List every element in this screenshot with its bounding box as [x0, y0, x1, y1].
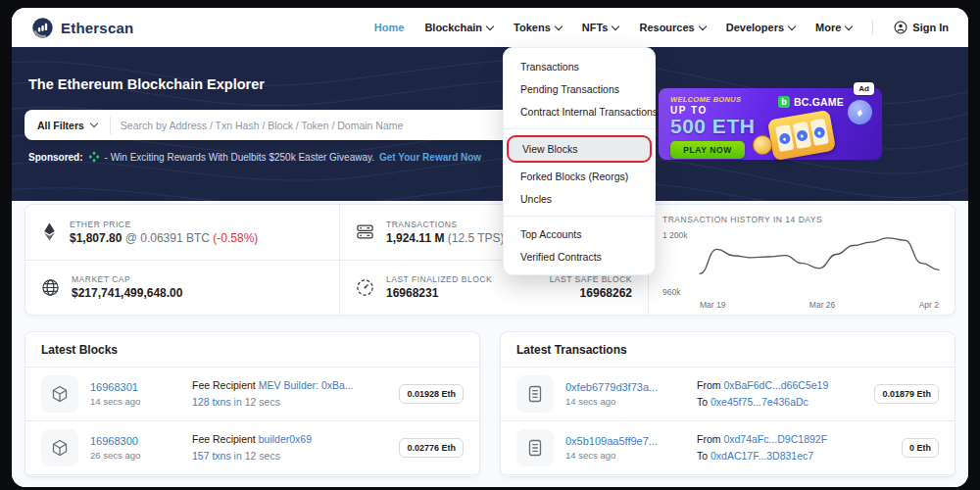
gold-coin-icon: [753, 135, 772, 155]
fee-recipient-link[interactable]: MEV Builder: 0xBa...: [259, 379, 354, 391]
page-title: The Ethereum Blockchain Explorer: [28, 76, 265, 92]
x-tick: Mar 26: [809, 300, 835, 310]
block-number-link[interactable]: 16968301: [90, 381, 180, 393]
ether-price-value: $1,807.80 @ 0.06391 BTC (-0.58%): [70, 231, 258, 245]
block-id-cell: 16968301 14 secs ago: [90, 381, 180, 407]
ether-price-label: ETHER PRICE: [70, 220, 258, 229]
nav-item-developers[interactable]: Developers: [726, 22, 795, 33]
market-cap-stat: MARKET CAP $217,741,499,648.00: [25, 260, 339, 316]
top-nav: Etherscan Home Blockchain Tokens NFTs Re…: [12, 8, 968, 47]
last-finalized-label: LAST FINALIZED BLOCK: [386, 274, 492, 284]
ether-price-stat: ETHER PRICE $1,807.80 @ 0.06391 BTC (-0.…: [25, 205, 339, 260]
block-number-link[interactable]: 16968300: [90, 435, 180, 447]
block-cube-icon: [41, 429, 78, 466]
brand-name: Etherscan: [61, 20, 133, 36]
menu-item-forked-blocks[interactable]: Forked Blocks (Reorgs): [504, 165, 655, 187]
tx-hash-link[interactable]: 0xfeb6779d3f73a...: [565, 381, 685, 393]
latest-transactions-title: Latest Transactions: [501, 332, 955, 368]
block-reward-badge: 0.02776 Eth: [399, 438, 464, 458]
transaction-row: 0x5b109aa5ff9e7... 14 secs ago From 0xd7…: [501, 421, 955, 475]
sponsored-label: Sponsored:: [28, 152, 83, 163]
sign-in-button[interactable]: Sign In: [894, 21, 949, 34]
bcgame-logo: b BC.GAME: [778, 96, 844, 108]
y-axis-label-top: 1 200k: [662, 230, 688, 240]
menu-item-uncles[interactable]: Uncles: [504, 187, 655, 210]
transaction-doc-icon: [516, 375, 554, 413]
from-address-link[interactable]: 0xBaF6dC...d66C5e19: [723, 379, 828, 391]
sign-in-label: Sign In: [912, 22, 949, 33]
transactions-value: 1,924.11 M (12.5 TPS): [386, 231, 505, 245]
search-filter-dropdown[interactable]: All Filters: [24, 110, 110, 140]
slot-machine-graphic: ♦ ♦ ♦: [767, 110, 836, 161]
to-address-link[interactable]: 0xdAC17F...3D831ec7: [710, 450, 813, 462]
nav-item-home[interactable]: Home: [374, 22, 405, 33]
last-safe-value: 16968262: [550, 286, 632, 300]
user-circle-icon: [894, 21, 907, 34]
ad-text-block: WELCOME BONUS UP TO 500 ETH PLAY NOW: [670, 95, 755, 159]
chart-title: TRANSACTION HISTORY IN 14 DAYS: [662, 215, 941, 224]
transaction-row: 0xfeb6779d3f73a... 14 secs ago From 0xBa…: [501, 368, 955, 421]
ad-welcome-bonus: WELCOME BONUS: [670, 95, 755, 104]
x-tick: Mar 19: [700, 300, 725, 310]
chevron-down-icon: [612, 22, 619, 29]
market-cap-label: MARKET CAP: [72, 274, 182, 284]
tx-history-chart: 1 200k 960k Mar 19 Mar 26 Apr 2: [662, 226, 941, 310]
chevron-down-icon: [486, 22, 494, 29]
slot-reel: ♦: [775, 124, 794, 152]
nav-item-more[interactable]: More: [815, 22, 852, 33]
nav-item-nfts[interactable]: NFTs: [582, 22, 619, 33]
nav-item-blockchain[interactable]: Blockchain: [424, 22, 493, 33]
txns-link[interactable]: 128 txns: [192, 396, 231, 408]
block-age: 26 secs ago: [90, 450, 180, 461]
latest-blocks-card: Latest Blocks 16968301 14 secs ago Fee R…: [24, 331, 480, 477]
block-details-cell: Fee Recipient builder0x69 157 txns in 12…: [192, 431, 387, 465]
fee-recipient-link[interactable]: builder0x69: [259, 433, 312, 445]
tx-id-cell: 0x5b109aa5ff9e7... 14 secs ago: [565, 435, 685, 461]
ad-badge: Ad: [854, 82, 874, 95]
tx-value-badge: 0 Eth: [902, 438, 939, 458]
txns-link[interactable]: 157 txns: [192, 450, 231, 462]
tx-age: 14 secs ago: [565, 396, 685, 407]
bcgame-logo-text: BC.GAME: [794, 96, 844, 108]
menu-item-view-blocks[interactable]: View Blocks: [507, 135, 652, 163]
tx-hash-link[interactable]: 0x5b109aa5ff9e7...: [565, 435, 685, 447]
menu-item-contract-internal-transactions[interactable]: Contract Internal Transactions: [504, 100, 655, 122]
to-address-link[interactable]: 0xe45f75...7e436aDc: [710, 396, 808, 408]
sponsored-link[interactable]: Get Your Reward Now: [379, 152, 481, 163]
etherscan-logo[interactable]: Etherscan: [31, 17, 133, 39]
menu-item-top-accounts[interactable]: Top Accounts: [504, 222, 655, 245]
block-cube-icon: [41, 375, 78, 413]
block-row: 16968301 14 secs ago Fee Recipient MEV B…: [25, 368, 479, 421]
market-cap-value: $217,741,499,648.00: [72, 286, 182, 300]
block-age: 14 secs ago: [90, 396, 180, 407]
bcgame-ad-banner[interactable]: Ad WELCOME BONUS UP TO 500 ETH PLAY NOW …: [659, 88, 882, 160]
y-axis-label-bottom: 960k: [662, 287, 680, 297]
tx-history-line: [700, 231, 939, 280]
x-tick: Apr 2: [919, 300, 939, 310]
menu-item-verified-contracts[interactable]: Verified Contracts: [504, 245, 655, 268]
block-reward-badge: 0.01928 Eth: [399, 384, 464, 404]
chevron-down-icon: [698, 22, 706, 29]
menu-item-pending-transactions[interactable]: Pending Transactions: [504, 77, 655, 100]
tx-details-cell: From 0xd74aFc...D9C1892F To 0xdAC17F...3…: [697, 431, 890, 465]
from-address-link[interactable]: 0xd74aFc...D9C1892F: [723, 433, 827, 445]
last-safe-block-stat: LAST SAFE BLOCK 16968262: [550, 274, 632, 300]
menu-item-transactions[interactable]: Transactions: [504, 55, 655, 77]
nav-item-resources[interactable]: Resources: [639, 22, 705, 33]
chevron-down-icon: [788, 22, 796, 29]
blockchain-dropdown-menu: Transactions Pending Transactions Contra…: [503, 47, 656, 275]
eth-coin-icon: ♦: [778, 132, 791, 145]
play-now-button[interactable]: PLAY NOW: [670, 141, 745, 159]
last-finalized-value: 16968231: [386, 286, 492, 300]
server-icon: [356, 222, 374, 241]
eth-coin-icon: ♦: [812, 126, 825, 139]
block-details-cell: Fee Recipient MEV Builder: 0xBa... 128 t…: [192, 377, 387, 411]
stats-col-chart: TRANSACTION HISTORY IN 14 DAYS 1 200k 96…: [648, 205, 955, 315]
screenshot-frame: Etherscan Home Blockchain Tokens NFTs Re…: [0, 0, 980, 490]
tx-details-cell: From 0xBaF6dC...d66C5e19 To 0xe45f75...7…: [697, 377, 862, 411]
ether-price-change: (-0.58%): [213, 231, 258, 245]
block-row: 16968300 26 secs ago Fee Recipient build…: [25, 421, 479, 475]
chevron-down-icon: [555, 22, 563, 29]
nav-item-tokens[interactable]: Tokens: [514, 22, 562, 33]
transaction-doc-icon: [516, 429, 554, 466]
